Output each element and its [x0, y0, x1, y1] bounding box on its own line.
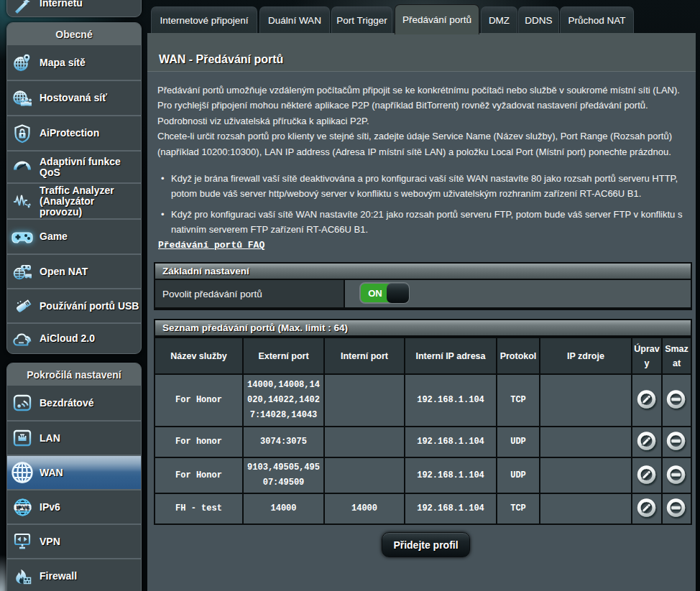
svg-text:IPV6: IPV6	[16, 504, 29, 511]
